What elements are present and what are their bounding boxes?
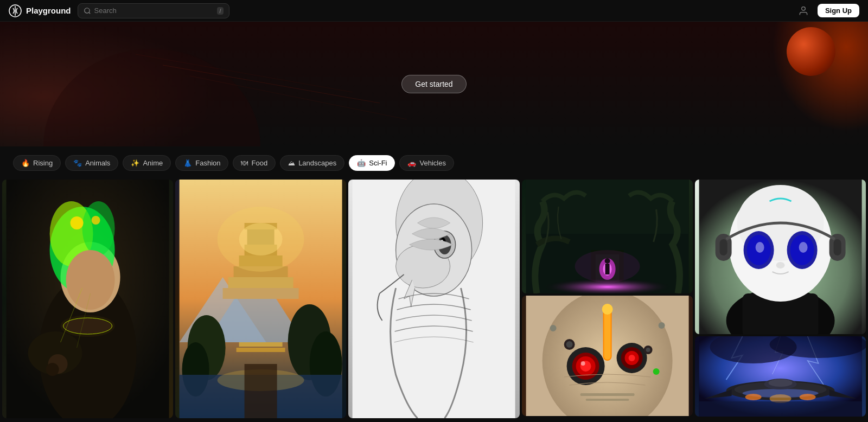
filter-label-food: Food bbox=[251, 159, 267, 167]
card-spaceship[interactable] bbox=[695, 336, 866, 417]
svg-point-76 bbox=[602, 304, 612, 315]
filter-icon-scifi: 🤖 bbox=[357, 159, 366, 167]
filter-tag-vehicles[interactable]: 🚗Vehicles bbox=[399, 155, 454, 171]
logo[interactable]: Playground bbox=[9, 4, 71, 17]
filter-label-rising: Rising bbox=[33, 159, 53, 167]
filter-label-scifi: Sci-Fi bbox=[369, 159, 387, 167]
filter-label-anime: Anime bbox=[143, 159, 163, 167]
svg-point-3 bbox=[802, 7, 806, 10]
svg-point-78 bbox=[566, 341, 572, 348]
gallery-col-2 bbox=[175, 180, 346, 418]
svg-point-1 bbox=[84, 8, 89, 12]
gallery-col-4 bbox=[522, 180, 693, 418]
filter-tag-landscapes[interactable]: ⛰Landscapes bbox=[280, 155, 344, 171]
filter-tag-rising[interactable]: 🔥Rising bbox=[13, 155, 61, 171]
svg-point-16 bbox=[66, 250, 115, 310]
filter-icon-vehicles: 🚗 bbox=[407, 159, 416, 167]
filter-icon-landscapes: ⛰ bbox=[288, 159, 295, 167]
filter-tag-food[interactable]: 🍽Food bbox=[233, 155, 276, 171]
svg-point-62 bbox=[575, 250, 640, 283]
svg-point-80 bbox=[646, 348, 650, 352]
svg-rect-85 bbox=[585, 399, 629, 401]
cyborg-woman-art bbox=[2, 180, 173, 418]
svg-point-97 bbox=[799, 242, 807, 253]
svg-rect-117 bbox=[699, 401, 861, 417]
card-alien-portrait[interactable] bbox=[695, 180, 866, 334]
hero-cta-button[interactable]: Get started bbox=[401, 75, 466, 93]
filter-label-landscapes: Landscapes bbox=[298, 159, 336, 167]
svg-rect-43 bbox=[239, 342, 283, 347]
svg-point-18 bbox=[63, 318, 112, 334]
filter-tag-animals[interactable]: 🐾Animals bbox=[65, 155, 118, 171]
navbar: Playground / Sign Up bbox=[0, 0, 868, 22]
card-fantasy-temple[interactable] bbox=[175, 180, 346, 418]
filter-label-vehicles: Vehicles bbox=[419, 159, 445, 167]
filter-tag-fashion[interactable]: 👗Fashion bbox=[175, 155, 228, 171]
filter-tag-anime[interactable]: ✨Anime bbox=[123, 155, 171, 171]
svg-point-70 bbox=[580, 361, 585, 366]
svg-rect-27 bbox=[223, 288, 299, 299]
filter-bar: 🔥Rising🐾Animals✨Anime👗Fashion🍽Food⛰Lands… bbox=[0, 146, 868, 180]
svg-rect-28 bbox=[228, 277, 293, 288]
filter-label-fashion: Fashion bbox=[195, 159, 220, 167]
svg-point-14 bbox=[71, 216, 84, 229]
filter-icon-fashion: 👗 bbox=[183, 159, 192, 167]
filter-icon-food: 🍽 bbox=[241, 159, 248, 167]
svg-rect-84 bbox=[580, 393, 634, 396]
svg-point-81 bbox=[550, 325, 556, 331]
svg-rect-44 bbox=[237, 348, 285, 352]
card-cyborg-woman[interactable] bbox=[2, 180, 173, 418]
svg-point-73 bbox=[628, 355, 635, 361]
alien-portrait-art bbox=[695, 180, 866, 334]
signup-button[interactable]: Sign Up bbox=[818, 4, 859, 17]
search-shortcut: / bbox=[217, 7, 223, 15]
svg-point-21 bbox=[46, 363, 59, 376]
filter-label-animals: Animals bbox=[85, 159, 110, 167]
svg-rect-75 bbox=[604, 308, 610, 360]
filter-icon-rising: 🔥 bbox=[21, 159, 30, 167]
search-input[interactable] bbox=[94, 7, 214, 15]
svg-point-15 bbox=[92, 216, 100, 225]
svg-point-112 bbox=[745, 394, 761, 400]
svg-point-111 bbox=[768, 379, 792, 387]
svg-rect-99 bbox=[719, 239, 727, 255]
hero-section: Get started bbox=[0, 22, 868, 146]
search-bar[interactable]: / bbox=[78, 3, 229, 18]
gallery-col-3 bbox=[348, 180, 519, 418]
user-icon[interactable] bbox=[796, 3, 811, 18]
svg-point-13 bbox=[82, 201, 115, 255]
card-snake-sketch[interactable] bbox=[348, 180, 519, 418]
svg-point-35 bbox=[239, 223, 283, 255]
alien-forest-art bbox=[522, 180, 693, 293]
svg-point-83 bbox=[653, 368, 659, 375]
playground-logo-icon bbox=[9, 4, 22, 17]
card-alien-forest[interactable] bbox=[522, 180, 693, 293]
svg-point-96 bbox=[755, 242, 764, 253]
svg-rect-42 bbox=[245, 364, 277, 418]
app-title: Playground bbox=[26, 6, 71, 15]
search-icon bbox=[84, 7, 91, 15]
spaceship-art bbox=[695, 336, 866, 417]
fantasy-temple-art bbox=[175, 180, 346, 418]
robot-face-art bbox=[522, 296, 693, 416]
filter-tag-scifi[interactable]: 🤖Sci-Fi bbox=[349, 155, 395, 171]
gallery-col-5 bbox=[695, 180, 866, 418]
filter-icon-animals: 🐾 bbox=[73, 159, 82, 167]
svg-line-2 bbox=[88, 12, 90, 14]
svg-rect-101 bbox=[833, 239, 841, 255]
svg-point-102 bbox=[776, 262, 784, 268]
gallery-col-1 bbox=[2, 180, 173, 418]
svg-point-4 bbox=[43, 49, 260, 146]
snake-sketch-art bbox=[348, 180, 519, 418]
svg-point-82 bbox=[658, 322, 665, 329]
svg-point-113 bbox=[799, 394, 815, 400]
gallery bbox=[0, 180, 868, 420]
filter-icon-anime: ✨ bbox=[131, 159, 139, 167]
card-robot-face[interactable] bbox=[522, 296, 693, 416]
svg-rect-54 bbox=[526, 180, 688, 234]
